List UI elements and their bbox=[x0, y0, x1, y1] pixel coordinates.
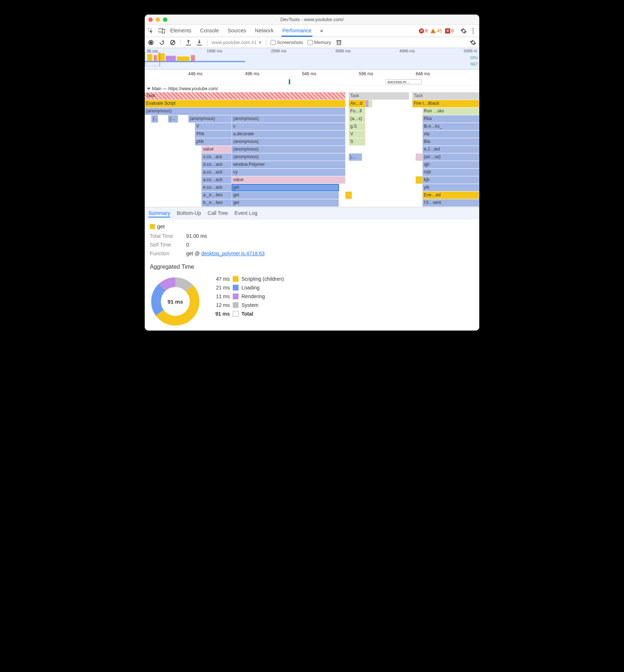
maximize-icon[interactable] bbox=[163, 17, 167, 22]
flame-entry[interactable]: (anonymous) bbox=[232, 138, 345, 145]
tab-sources[interactable]: Sources bbox=[227, 25, 247, 36]
flame-entry[interactable]: a.co…ack bbox=[201, 176, 232, 184]
warning-badge[interactable]: 45 bbox=[431, 28, 442, 33]
more-tabs-button[interactable]: » bbox=[320, 25, 324, 36]
garbage-collect-icon[interactable] bbox=[336, 39, 342, 46]
flame-entry[interactable]: get bbox=[232, 199, 339, 207]
flame-entry[interactable]: Bla bbox=[423, 138, 479, 145]
flame-entry[interactable]: window.Polymer bbox=[232, 161, 345, 168]
network-bar bbox=[289, 79, 290, 84]
main-track-header[interactable]: Main — https://www.youtube.com/ bbox=[145, 85, 479, 92]
flame-entry[interactable]: e.J…led bbox=[423, 146, 479, 153]
flame-entry[interactable]: yib bbox=[423, 184, 479, 191]
download-icon[interactable] bbox=[196, 39, 203, 46]
error-badge[interactable]: ✕8 bbox=[419, 28, 428, 33]
flame-entry[interactable]: Task bbox=[145, 92, 345, 100]
flame-entry[interactable]: d.co…ack bbox=[201, 161, 232, 168]
device-icon[interactable] bbox=[159, 28, 165, 34]
flame-entry[interactable]: b._e…ties bbox=[201, 199, 232, 207]
flame-chart[interactable]: TaskTaskTaskEvaluate ScriptAn…dFire I…ll… bbox=[145, 92, 479, 207]
flame-gap bbox=[339, 199, 423, 207]
flame-entry[interactable]: An…d bbox=[349, 100, 365, 107]
flame-entry[interactable]: (a…s) bbox=[349, 115, 365, 123]
tab-call-tree[interactable]: Call Tree bbox=[208, 209, 228, 217]
flame-entry[interactable]: a.co…ack bbox=[201, 169, 232, 176]
flame-entry[interactable]: j… bbox=[349, 153, 362, 161]
reload-icon[interactable] bbox=[159, 39, 165, 46]
overview-strip[interactable]: 96 ms 1996 ms 2996 ms 3996 ms 4996 ms 59… bbox=[145, 48, 479, 70]
flame-entry[interactable]: qjb bbox=[423, 161, 479, 168]
flame-entry[interactable]: kjb bbox=[423, 176, 479, 184]
more-icon[interactable] bbox=[470, 28, 476, 34]
close-icon[interactable] bbox=[148, 17, 153, 22]
target-dropdown[interactable]: www.youtube.com #1 ▾ bbox=[212, 40, 261, 45]
function-link[interactable]: desktop_polymer.js:4718:63 bbox=[201, 251, 264, 256]
flame-entry[interactable]: (an…us) bbox=[423, 153, 479, 161]
flame-entry[interactable]: x.co…ack bbox=[201, 153, 232, 161]
flame-entry[interactable]: a.decorate bbox=[232, 131, 345, 138]
flame-entry[interactable]: Task bbox=[412, 92, 479, 100]
minimize-icon[interactable] bbox=[156, 17, 160, 22]
time-ruler[interactable]: 446 ms 496 ms 546 ms 596 ms 646 ms bbox=[145, 70, 479, 79]
ruler-tick: 446 ms bbox=[188, 71, 203, 76]
flame-entry[interactable]: cy bbox=[232, 169, 345, 176]
flame-entry[interactable]: V bbox=[195, 123, 232, 130]
flame-entry[interactable]: $i.e…ks_ bbox=[423, 123, 479, 130]
flame-entry[interactable]: (… bbox=[151, 115, 158, 123]
flame-entry[interactable]: Phb bbox=[195, 131, 232, 138]
overview-lane-labels: CPU NET bbox=[470, 56, 478, 66]
flame-entry[interactable]: Fu…ll bbox=[349, 108, 365, 115]
tab-event-log[interactable]: Event Log bbox=[235, 209, 257, 217]
tab-elements[interactable]: Elements bbox=[169, 25, 192, 36]
flame-entry[interactable]: Run …sks bbox=[423, 108, 479, 115]
screenshots-checkbox[interactable]: Screenshots bbox=[271, 40, 303, 45]
network-row[interactable]: success.m… bbox=[145, 78, 479, 85]
selected-title: get bbox=[150, 223, 474, 229]
flame-entry[interactable]: (anonymous) bbox=[145, 108, 345, 115]
flame-entry[interactable]: f.fi…vent bbox=[423, 199, 479, 207]
flame-entry[interactable]: g.S bbox=[349, 123, 365, 130]
function-label: Function bbox=[150, 251, 179, 256]
flame-gap bbox=[365, 100, 369, 107]
flame-entry[interactable]: xla bbox=[423, 131, 479, 138]
flame-entry[interactable]: Task bbox=[349, 92, 409, 100]
inspect-icon[interactable] bbox=[148, 28, 154, 34]
tab-performance[interactable]: Performance bbox=[281, 25, 312, 37]
settings-icon[interactable] bbox=[470, 39, 476, 46]
flame-entry[interactable]: Evaluate Script bbox=[145, 100, 345, 107]
tab-console[interactable]: Console bbox=[199, 25, 219, 36]
gear-icon[interactable] bbox=[460, 28, 467, 34]
flame-entry[interactable]: get bbox=[232, 184, 339, 191]
tab-summary[interactable]: Summary bbox=[148, 209, 170, 217]
flame-entry[interactable]: V bbox=[349, 131, 365, 138]
flame-entry[interactable]: v bbox=[232, 123, 345, 130]
flame-row: x.co…ack(anonymous)j…(an…us) bbox=[145, 153, 479, 161]
ruler-tick: 646 ms bbox=[416, 71, 430, 76]
flame-entry[interactable]: get bbox=[232, 192, 339, 199]
legend-row-loading: 21 ms Loading bbox=[212, 285, 284, 291]
upload-icon[interactable] bbox=[185, 39, 192, 46]
flame-entry[interactable]: a._e…ties bbox=[201, 192, 232, 199]
clear-icon[interactable] bbox=[169, 39, 176, 46]
flame-entry[interactable]: e.co…ack bbox=[201, 184, 232, 191]
flame-gap bbox=[158, 115, 168, 123]
flame-entry[interactable]: phb bbox=[195, 138, 232, 145]
critical-badge[interactable]: ✕6 bbox=[445, 28, 454, 33]
record-icon[interactable] bbox=[148, 39, 154, 46]
flame-entry[interactable]: (anonymous) bbox=[232, 153, 345, 161]
memory-checkbox[interactable]: Memory bbox=[308, 40, 331, 45]
flame-entry[interactable]: Eve…ed bbox=[423, 192, 479, 199]
tab-network[interactable]: Network bbox=[254, 25, 274, 36]
flame-entry[interactable]: (anonymous) bbox=[188, 115, 232, 123]
network-entry[interactable]: success.m… bbox=[385, 79, 422, 84]
flame-entry[interactable]: (anonymous) bbox=[232, 146, 345, 153]
flame-entry[interactable]: mjb bbox=[423, 169, 479, 176]
flame-entry[interactable]: (a…s) bbox=[168, 115, 178, 123]
flame-entry[interactable]: Fire I…llback bbox=[412, 100, 479, 107]
flame-entry[interactable]: value bbox=[201, 146, 232, 153]
flame-entry[interactable]: S bbox=[349, 138, 365, 145]
flame-entry[interactable]: Rka bbox=[423, 115, 479, 123]
tab-bottom-up[interactable]: Bottom-Up bbox=[177, 209, 201, 217]
flame-entry[interactable]: (anonymous) bbox=[232, 115, 345, 123]
flame-entry[interactable]: value bbox=[232, 176, 345, 184]
